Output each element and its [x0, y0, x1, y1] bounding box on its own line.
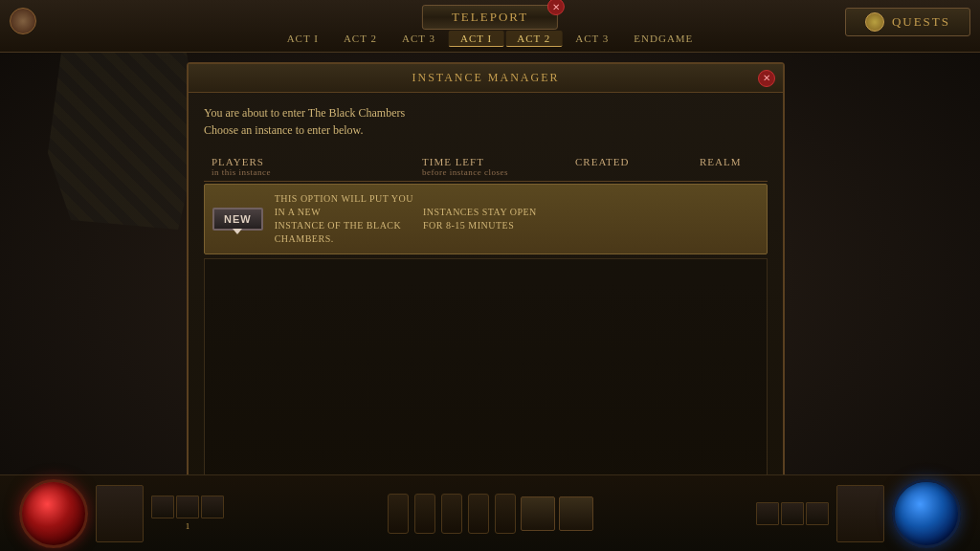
left-skill-bar: 1 [151, 496, 224, 531]
flask-slot-2[interactable] [414, 494, 435, 534]
skill-slot-right[interactable] [559, 496, 593, 531]
new-button-wrap: NEW This option will put you in a new in… [212, 192, 423, 246]
instance-manager-modal: Instance Manager ✕ You are about to ente… [187, 62, 785, 502]
nav-left-icon [10, 8, 36, 34]
skills-icon[interactable] [176, 496, 199, 518]
quests-label: Quests [892, 14, 950, 30]
col-realm: Realm [700, 156, 805, 177]
table-header: Players In this instance Time Left Befor… [204, 152, 768, 182]
act-tab-2[interactable]: ACT 2 [332, 31, 389, 47]
modal-body: You are about to enter The Black Chamber… [189, 93, 783, 538]
new-instance-row[interactable]: NEW This option will put you in a new in… [204, 184, 768, 254]
act-tab-7-endgame[interactable]: ENDGAME [622, 31, 704, 47]
modal-title: Instance Manager [412, 71, 559, 85]
passive-icon[interactable] [201, 496, 224, 518]
act-tab-6[interactable]: ACT 3 [564, 31, 620, 47]
modal-close-button[interactable]: ✕ [758, 70, 775, 87]
flask-slot-3[interactable] [441, 494, 462, 534]
character-portrait [96, 485, 144, 542]
bottom-hud: 1 [0, 474, 980, 551]
act-tab-5-active[interactable]: ACT 2 [505, 31, 562, 47]
right-skill-bar [756, 502, 829, 525]
modal-description: You are about to enter The Black Chamber… [204, 104, 768, 139]
map-icon[interactable] [756, 502, 779, 525]
level-badge: 1 [151, 521, 224, 531]
act-tabs-container: ACT I ACT 2 ACT 3 ACT I ACT 2 ACT 3 ENDG… [276, 31, 705, 47]
new-instance-button[interactable]: NEW [212, 208, 263, 231]
social-icon[interactable] [806, 502, 829, 525]
act-tab-1[interactable]: ACT I [276, 31, 330, 47]
inventory-icon[interactable] [151, 496, 174, 518]
skill-slot-left[interactable] [521, 496, 555, 531]
modal-desc-line2: Choose an instance to enter below. [204, 121, 768, 139]
bottom-left-section: 1 [19, 479, 224, 548]
ruins-decoration [48, 38, 201, 230]
health-orb [19, 479, 88, 548]
col-created: Created [575, 156, 700, 177]
mini-icons-row1 [151, 496, 224, 518]
character-portrait-right [836, 485, 884, 542]
new-instance-description: This option will put you in a new instan… [275, 192, 423, 246]
mini-icons-row2 [756, 502, 829, 525]
flask-slot-5[interactable] [495, 494, 516, 534]
col-players: Players In this instance [212, 156, 422, 177]
act-tab-4-active[interactable]: ACT I [449, 31, 503, 47]
quests-icon [865, 12, 884, 32]
bottom-right-section [756, 479, 961, 548]
flask-slot-4[interactable] [468, 494, 489, 534]
teleport-title: Teleport [452, 10, 528, 25]
col-timeleft: Time Left Before instance closes [422, 156, 575, 177]
modal-header: Instance Manager ✕ [189, 64, 783, 93]
modal-desc-line1: You are about to enter The Black Chamber… [204, 104, 768, 121]
bottom-center-hud [387, 494, 593, 534]
quests-button[interactable]: Quests [845, 8, 970, 36]
time-left-value: Instances stay open for 8-15 minutes [423, 206, 576, 232]
mana-orb [892, 479, 961, 548]
act-tab-3[interactable]: ACT 3 [390, 31, 447, 47]
flask-slot-1[interactable] [388, 494, 409, 534]
options-icon[interactable] [781, 502, 804, 525]
top-navigation: Teleport ✕ ACT I ACT 2 ACT 3 ACT I ACT 2… [0, 0, 980, 53]
teleport-close-button[interactable]: ✕ [547, 0, 565, 15]
teleport-title-panel: Teleport ✕ [422, 5, 558, 30]
